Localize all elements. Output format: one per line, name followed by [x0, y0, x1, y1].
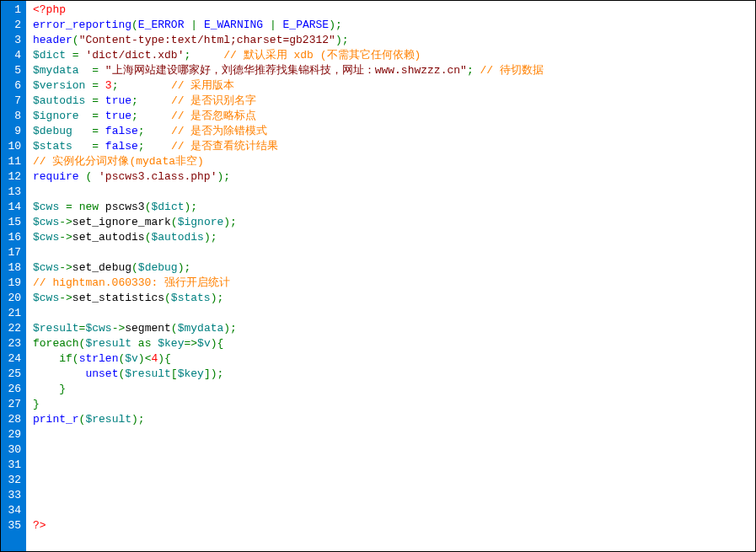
token: false — [105, 140, 138, 153]
code-line[interactable]: $result=$cws->segment($mydata); — [33, 321, 755, 336]
line-number: 3 — [4, 33, 21, 48]
code-line[interactable] — [33, 503, 755, 518]
token: ( — [171, 322, 178, 335]
code-line[interactable]: foreach($result as $key=>$v){ — [33, 336, 755, 351]
token: 3 — [105, 79, 112, 92]
code-line[interactable] — [33, 488, 755, 503]
token — [99, 140, 105, 153]
code-line[interactable]: // 实例化分词对像(mydata非空) — [33, 154, 755, 169]
code-line[interactable]: if(strlen($v)<4){ — [33, 351, 755, 367]
token: -> — [59, 216, 72, 228]
code-line[interactable]: $cws->set_autodis($autodis); — [33, 230, 755, 245]
token: set_autodis — [72, 231, 145, 244]
token: $result — [85, 413, 131, 426]
code-line[interactable]: require ( 'pscws3.class.php'); — [33, 169, 755, 185]
token: ); — [217, 170, 230, 183]
token: true — [105, 110, 131, 122]
code-line[interactable]: $mydata = "上海网站建设哪家好，刘德华推荐找集锦科技，网址：www.s… — [33, 63, 755, 78]
token: ); — [211, 292, 224, 304]
token: ); — [329, 19, 342, 31]
token: ( — [171, 216, 178, 228]
line-number: 6 — [4, 78, 21, 94]
token: // 是否识别名字 — [171, 94, 256, 107]
token: ){ — [211, 337, 224, 350]
token: } — [33, 398, 40, 410]
token — [145, 125, 171, 137]
token: $cws — [33, 216, 59, 228]
token: pscws3 — [99, 201, 145, 213]
line-number: 7 — [4, 94, 21, 109]
code-line[interactable]: <?php — [33, 3, 755, 18]
code-line[interactable] — [33, 427, 755, 442]
token: ); — [204, 231, 217, 244]
code-line[interactable]: error_reporting(E_ERROR | E_WARNING | E_… — [33, 18, 755, 33]
token — [99, 125, 105, 137]
token: true — [105, 94, 131, 107]
token: = — [92, 64, 99, 77]
token: -> — [59, 292, 72, 304]
token: ); — [223, 216, 237, 228]
line-number: 19 — [4, 276, 21, 291]
code-line[interactable]: unset($result[$key]); — [33, 367, 755, 382]
token: = — [92, 125, 99, 137]
token: 'pscws3.class.php' — [99, 170, 217, 183]
code-line[interactable]: print_r($result); — [33, 412, 755, 427]
code-line[interactable]: $cws->set_statistics($stats); — [33, 291, 755, 306]
token: } — [59, 383, 66, 395]
token: ); — [185, 201, 198, 213]
token — [79, 64, 93, 77]
code-line[interactable] — [33, 245, 755, 260]
code-line[interactable]: $autodis = true; // 是否识别名字 — [33, 94, 755, 109]
code-line[interactable] — [33, 185, 755, 200]
token — [33, 352, 59, 365]
line-number: 5 — [4, 63, 21, 78]
token — [190, 49, 223, 62]
token: "上海网站建设哪家好，刘德华推荐找集锦科技，网址：www.shwzzz.cn" — [105, 64, 467, 77]
code-line[interactable]: ?> — [33, 518, 755, 533]
token — [276, 19, 283, 31]
token: $mydata — [178, 322, 224, 335]
token: ){ — [158, 352, 171, 365]
token: | — [190, 19, 197, 31]
token: $result — [125, 367, 171, 380]
code-line[interactable]: header("Content-type:text/html;charset=g… — [33, 33, 755, 48]
code-line[interactable]: $cws->set_ignore_mark($ignore); — [33, 215, 755, 230]
token: ; — [138, 140, 145, 153]
line-number: 31 — [4, 458, 21, 473]
line-number: 17 — [4, 245, 21, 260]
code-line[interactable] — [33, 473, 755, 488]
token: $dict — [33, 49, 66, 62]
code-line[interactable]: // hightman.060330: 强行开启统计 — [33, 276, 755, 291]
code-line[interactable] — [33, 458, 755, 473]
token: unset — [85, 367, 118, 380]
token: = — [92, 110, 99, 122]
token: = — [92, 79, 99, 92]
code-line[interactable]: $cws->set_debug($debug); — [33, 260, 755, 276]
code-line[interactable]: $dict = 'dict/dict.xdb'; // 默认采用 xdb (不需… — [33, 48, 755, 63]
code-line[interactable] — [33, 306, 755, 321]
token — [118, 79, 170, 92]
code-line[interactable]: $ignore = true; // 是否忽略标点 — [33, 109, 755, 124]
code-line[interactable]: } — [33, 397, 755, 412]
line-number: 28 — [4, 412, 21, 427]
token: header — [33, 34, 72, 46]
token: error_reporting — [33, 19, 131, 31]
line-number: 4 — [4, 48, 21, 63]
token — [138, 94, 171, 107]
code-line[interactable]: $version = 3; // 采用版本 — [33, 78, 755, 94]
token: print_r — [33, 413, 79, 426]
token — [131, 337, 138, 350]
code-area[interactable]: <?phperror_reporting(E_ERROR | E_WARNING… — [26, 1, 755, 551]
token: set_statistics — [72, 292, 164, 304]
code-line[interactable]: $cws = new pscws3($dict); — [33, 200, 755, 215]
token: $stats — [33, 140, 72, 153]
token: ; — [467, 64, 474, 77]
code-line[interactable] — [33, 442, 755, 458]
code-line[interactable]: $debug = false; // 是否为除错模式 — [33, 124, 755, 139]
line-number: 30 — [4, 442, 21, 458]
code-line[interactable]: } — [33, 382, 755, 397]
code-line[interactable]: $stats = false; // 是否查看统计结果 — [33, 139, 755, 154]
line-number: 26 — [4, 382, 21, 397]
token: ; — [131, 94, 138, 107]
token: $ignore — [178, 216, 224, 228]
